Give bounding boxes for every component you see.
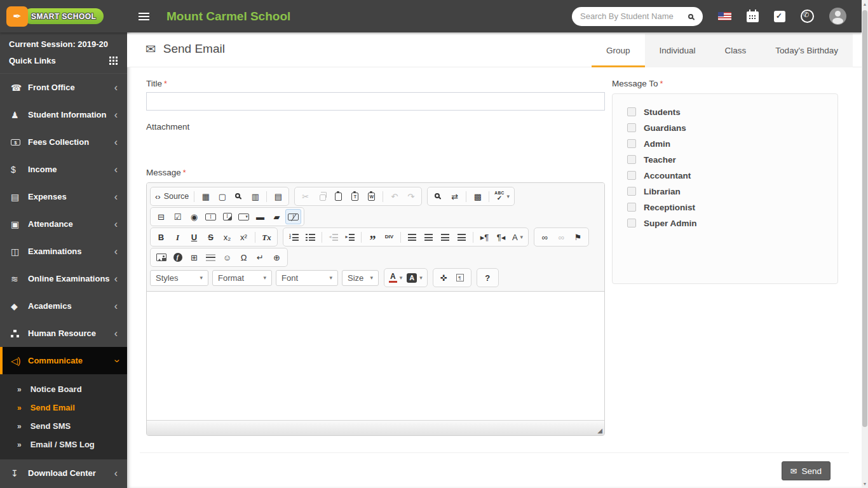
form-button[interactable]: ⊟ [153,209,169,224]
tab-todays-birthday[interactable]: Today's Birthday [761,34,853,67]
decrease-indent-button[interactable] [325,229,341,245]
radio-button-button[interactable]: ◉ [186,209,202,224]
source-button[interactable]: ‹›Source [153,189,191,204]
text-field-button[interactable]: I [203,209,219,224]
checkbox-receptionist[interactable] [627,203,636,212]
app-logo[interactable]: SMART SCHOOL [0,6,127,27]
print-button[interactable]: ▥ [247,189,263,204]
align-right-button[interactable] [437,229,453,245]
sidebar-item-income[interactable]: $Income‹ [0,156,127,183]
page-break-button[interactable]: ↵ [252,250,268,265]
quick-links[interactable]: Quick Links [9,56,118,65]
numbered-list-button[interactable] [286,229,302,245]
sidebar-item-examinations[interactable]: ◫Examinations‹ [0,238,127,265]
checkbox-button[interactable]: ☑ [170,209,186,224]
button-field-button[interactable]: ▬ [252,209,268,224]
scroll-up-icon[interactable]: ▲ [862,2,868,6]
iframe-button[interactable]: ⊕ [269,250,285,265]
bulleted-list-button[interactable] [302,229,318,245]
image-button[interactable] [153,250,169,265]
sidebar-item-expenses[interactable]: ▤Expenses‹ [0,183,127,210]
paste-from-word-button[interactable]: W [363,189,379,204]
sidebar-item-student-information[interactable]: ♟Student Information‹ [0,101,127,128]
special-character-button[interactable]: Ω [236,250,252,265]
checkbox-accountant[interactable] [627,171,636,180]
format-select[interactable]: Format▾ [212,270,272,286]
message-editor-body[interactable] [147,292,604,420]
tasks-icon[interactable] [774,11,785,22]
sidebar-item-human-resource[interactable]: Human Resource‹ [0,320,127,347]
align-justify-button[interactable] [454,229,470,245]
redo-button[interactable]: ↷ [403,189,419,204]
send-button[interactable]: ✉ Send [782,461,831,480]
attachment-input[interactable] [146,136,311,159]
language-button[interactable]: A▾ [510,229,526,245]
show-blocks-button[interactable] [452,270,468,285]
sidebar-item-online-examinations[interactable]: ≋Online Examinations‹ [0,265,127,292]
table-button[interactable]: ⊞ [186,250,202,265]
align-center-button[interactable] [421,229,437,245]
sidebar-item-download-center[interactable]: ↧Download Center‹ [0,459,127,487]
checkbox-teacher[interactable] [627,155,636,164]
tab-group[interactable]: Group [592,34,645,67]
tab-individual[interactable]: Individual [645,34,710,67]
resize-handle-icon[interactable]: ◢ [597,428,602,434]
checkbox-students[interactable] [627,107,636,116]
sidebar-item-fees-collection[interactable]: $Fees Collection‹ [0,128,127,156]
horizontal-rule-button[interactable] [203,250,219,265]
size-select[interactable]: Size▾ [342,270,379,286]
maximize-button[interactable]: ✜ [436,270,452,285]
search-icon[interactable] [688,14,693,19]
copy-button[interactable] [314,189,330,204]
div-container-button[interactable]: DIV [381,229,397,245]
strikethrough-button[interactable]: S [203,229,219,245]
checkbox-guardians[interactable] [627,123,636,132]
title-input[interactable] [146,92,605,111]
anchor-button[interactable]: ⚑ [570,229,586,245]
superscript-button[interactable]: x² [236,229,252,245]
paste-button[interactable] [330,189,346,204]
calendar-icon[interactable] [747,11,759,22]
increase-indent-button[interactable] [342,229,358,245]
styles-select[interactable]: Styles▾ [150,270,208,286]
new-page-button[interactable]: ▢ [214,189,230,204]
remove-format-button[interactable]: Tx [259,229,275,245]
checkbox-librarian[interactable] [627,187,636,196]
save-button[interactable]: ▦ [198,189,214,204]
spell-check-button[interactable]: ABC✓▾ [492,189,512,204]
subscript-button[interactable]: x₂ [219,229,235,245]
cut-button[interactable]: ✂ [297,189,313,204]
underline-button[interactable]: U [186,229,202,245]
link-button[interactable]: ∞ [537,229,553,245]
smiley-button[interactable]: ☺ [219,250,235,265]
select-all-button[interactable]: ▩ [470,189,485,204]
sidebar-subitem-notice-board[interactable]: »Notice Board [0,380,127,398]
italic-button[interactable]: I [170,229,186,245]
flash-button[interactable]: f [170,250,186,265]
sidebar-item-communicate[interactable]: ◁)Communicate‹ [0,347,127,374]
font-select[interactable]: Font▾ [276,270,338,286]
bold-button[interactable]: B [153,229,169,245]
align-left-button[interactable] [404,229,420,245]
preview-button[interactable] [231,189,247,204]
undo-button[interactable]: ↶ [386,189,402,204]
sidebar-item-attendance[interactable]: ▣Attendance‹ [0,210,127,238]
sidebar-subitem-email-sms-log[interactable]: »Email / SMS Log [0,435,127,454]
hidden-field-button[interactable]: I [285,209,301,224]
unlink-button[interactable]: ∞ [553,229,569,245]
page-scrollbar[interactable]: ▲ ▼ [862,0,868,488]
blockquote-button[interactable]: ” [365,229,381,245]
scroll-down-icon[interactable]: ▼ [862,482,868,486]
profile-avatar[interactable] [829,8,846,25]
image-button-button[interactable]: ▰ [269,209,285,224]
page-scrollbar-thumb[interactable] [862,10,867,427]
sidebar-subitem-send-email[interactable]: »Send Email [0,398,127,417]
us-flag-icon[interactable] [718,12,731,20]
find-button[interactable] [430,189,446,204]
text-color-button[interactable]: A▾ [387,270,404,285]
about-button[interactable]: ? [480,270,496,285]
sidebar-item-academics[interactable]: ◆Academics‹ [0,292,127,320]
textarea-button[interactable]: I [219,209,235,224]
text-direction-rtl-button[interactable]: ¶◂ [493,229,509,245]
templates-button[interactable]: ▤ [270,189,286,204]
